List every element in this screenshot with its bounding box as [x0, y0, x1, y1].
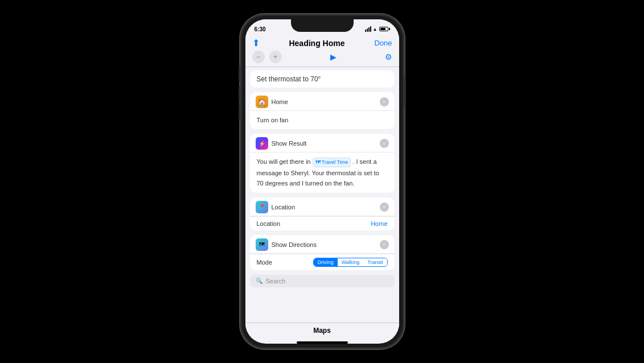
- location-card: 📍 Location × Location Home: [250, 197, 395, 230]
- directions-app-icon: 🗺: [256, 238, 268, 251]
- maps-label: Maps: [313, 327, 331, 335]
- phone-screen: 6:30 ▲ ⬆ Head: [245, 19, 399, 344]
- phone-device: 6:30 ▲ ⬆ Head: [240, 14, 405, 349]
- show-result-header: ⚡ Show Result ×: [250, 134, 395, 152]
- show-result-card: ⚡ Show Result × You will get there in 🗺 …: [250, 134, 395, 192]
- mode-label: Mode: [257, 259, 273, 266]
- show-directions-header-left: 🗺 Show Directions: [256, 238, 317, 251]
- location-app-icon: 📍: [256, 201, 268, 213]
- show-result-before: You will get there in: [257, 158, 311, 165]
- show-directions-header: 🗺 Show Directions ×: [250, 235, 395, 254]
- mode-row: Mode Driving Walking Transit: [250, 254, 395, 270]
- mode-walking-button[interactable]: Walking: [338, 258, 364, 266]
- mode-driving-button[interactable]: Driving: [314, 258, 338, 266]
- home-card-title: Home: [272, 98, 288, 105]
- bottom-bar: Maps: [245, 323, 399, 339]
- nav-left-controls: − +: [252, 51, 282, 63]
- location-card-title: Location: [272, 204, 296, 211]
- play-button[interactable]: ▶: [330, 52, 337, 61]
- share-icon[interactable]: ⬆: [252, 38, 260, 48]
- signal-bars-icon: [365, 26, 371, 32]
- show-result-header-left: ⚡ Show Result: [256, 137, 307, 150]
- nav-top: ⬆ Heading Home Done: [252, 38, 392, 48]
- location-card-close[interactable]: ×: [380, 203, 389, 212]
- travel-time-badge[interactable]: 🗺 Travel Time: [313, 158, 351, 167]
- show-directions-close[interactable]: ×: [380, 240, 389, 249]
- status-icons: ▲: [365, 26, 390, 32]
- home-app-icon: 🏠: [256, 96, 268, 108]
- scroll-area: Set thermostat to 70° 🏠 Home × Turn on f…: [245, 67, 399, 323]
- search-placeholder: Search: [266, 278, 286, 284]
- redo-button[interactable]: +: [269, 51, 282, 63]
- show-result-body: You will get there in 🗺 Travel Time . I …: [250, 152, 395, 192]
- travel-time-icon: 🗺: [315, 159, 321, 166]
- toggle-button[interactable]: ⚙: [385, 52, 392, 61]
- show-result-title: Show Result: [272, 140, 307, 147]
- thermostat-text: Set thermostat to 70°: [250, 71, 395, 88]
- nav-bar: ⬆ Heading Home Done − + ▶ ⚙: [245, 35, 399, 67]
- thermostat-card: Set thermostat to 70°: [250, 71, 395, 88]
- undo-button[interactable]: −: [252, 51, 265, 63]
- home-card-header-left: 🏠 Home: [256, 96, 288, 108]
- home-indicator[interactable]: [297, 341, 348, 344]
- mode-transit-button[interactable]: Transit: [363, 258, 387, 266]
- location-card-header-left: 📍 Location: [256, 201, 296, 213]
- nav-title: Heading Home: [289, 39, 344, 48]
- wifi-icon: ▲: [373, 27, 378, 32]
- home-card-close[interactable]: ×: [380, 97, 389, 106]
- shortcuts-app-icon: ⚡: [256, 137, 268, 150]
- home-card: 🏠 Home × Turn on fan: [250, 92, 395, 129]
- mode-selector: Driving Walking Transit: [313, 258, 388, 267]
- show-directions-title: Show Directions: [272, 241, 317, 248]
- show-result-close[interactable]: ×: [380, 139, 389, 148]
- location-card-header: 📍 Location ×: [250, 197, 395, 216]
- travel-time-label: Travel Time: [322, 159, 348, 166]
- location-row: Location Home: [250, 216, 395, 230]
- status-time: 6:30: [255, 26, 266, 32]
- home-card-text: Turn on fan: [257, 117, 289, 123]
- done-button[interactable]: Done: [374, 39, 392, 47]
- search-bar[interactable]: 🔍 Search: [250, 275, 395, 287]
- search-icon: 🔍: [256, 278, 262, 284]
- home-card-header: 🏠 Home ×: [250, 92, 395, 111]
- battery-icon: [379, 27, 390, 31]
- location-row-label: Location: [257, 220, 281, 227]
- location-row-value[interactable]: Home: [371, 220, 387, 227]
- show-directions-card: 🗺 Show Directions × Mode Driving Walking…: [250, 235, 395, 270]
- notch: [291, 19, 354, 32]
- home-card-body: Turn on fan: [250, 111, 395, 129]
- nav-controls: − + ▶ ⚙: [252, 51, 392, 63]
- show-result-text: You will get there in 🗺 Travel Time . I …: [257, 158, 379, 187]
